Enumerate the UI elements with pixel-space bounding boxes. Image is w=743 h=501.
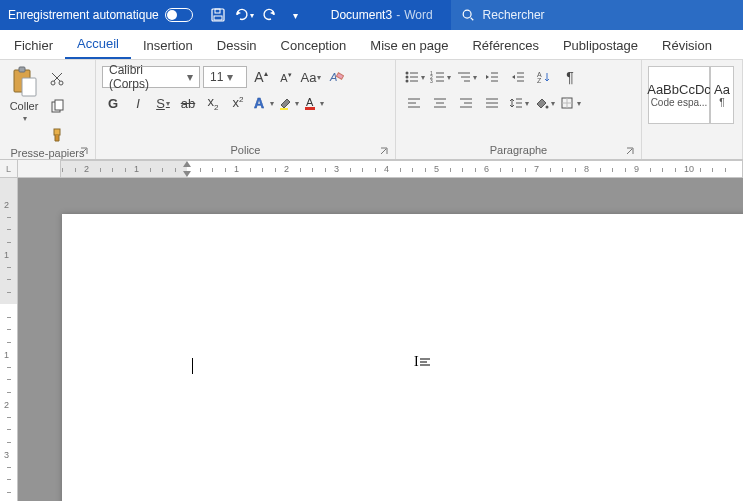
svg-text:3: 3: [430, 78, 433, 84]
show-marks-button[interactable]: ¶: [558, 66, 582, 88]
redo-button[interactable]: [259, 4, 281, 26]
tab-publipostage[interactable]: Publipostage: [551, 32, 650, 59]
tab-conception[interactable]: Conception: [269, 32, 359, 59]
svg-point-25: [405, 80, 408, 83]
search-box[interactable]: [451, 0, 743, 30]
horizontal-ruler[interactable]: 1212345678910: [60, 160, 743, 178]
save-button[interactable]: [207, 4, 229, 26]
svg-rect-6: [19, 67, 25, 72]
highlight-button[interactable]: ▾: [277, 92, 299, 114]
multilevel-list-button[interactable]: ▾: [454, 66, 478, 88]
title-separator: -: [396, 8, 400, 22]
paste-button[interactable]: Coller ▾: [4, 64, 44, 125]
svg-line-11: [52, 73, 60, 81]
format-painter-button[interactable]: [46, 124, 68, 146]
indent-icon: [510, 70, 526, 84]
svg-rect-13: [55, 100, 63, 110]
font-launcher[interactable]: [377, 144, 391, 158]
svg-point-59: [545, 106, 548, 109]
tab-insertion[interactable]: Insertion: [131, 32, 205, 59]
font-size-combo[interactable]: 11 ▾: [203, 66, 247, 88]
align-right-button[interactable]: [454, 92, 478, 114]
bullets-icon: [404, 70, 420, 84]
decrease-indent-button[interactable]: [480, 66, 504, 88]
undo-icon: [233, 7, 249, 23]
text-cursor: [192, 358, 193, 374]
highlighter-icon: [278, 95, 294, 111]
copy-icon: [49, 99, 65, 115]
eraser-icon: A: [328, 69, 344, 85]
align-right-icon: [458, 96, 474, 110]
style-item-1[interactable]: AaBbCcDc Code espa...: [648, 66, 710, 124]
justify-button[interactable]: [480, 92, 504, 114]
font-size-value: 11: [210, 70, 223, 84]
tab-references[interactable]: Références: [460, 32, 550, 59]
svg-point-3: [463, 10, 471, 18]
group-label-paragraph: Paragraphe: [490, 144, 548, 156]
paint-bucket-icon: [534, 96, 550, 110]
style-preview: Aa: [714, 82, 730, 97]
toggle-off-icon: [165, 8, 193, 22]
sort-icon: AZ: [536, 70, 552, 84]
tab-dessin[interactable]: Dessin: [205, 32, 269, 59]
pilcrow-icon: ¶: [566, 69, 574, 85]
autosave-toggle[interactable]: Enregistrement automatique: [0, 8, 201, 22]
grow-font-button[interactable]: A▴: [250, 66, 272, 88]
paste-label: Coller: [10, 100, 39, 112]
copy-button[interactable]: [46, 96, 68, 118]
undo-button[interactable]: ▾: [233, 4, 255, 26]
chevron-down-icon: ▾: [293, 10, 298, 21]
svg-rect-1: [215, 9, 220, 13]
launcher-icon: [625, 146, 635, 156]
tab-accueil[interactable]: Accueil: [65, 30, 131, 59]
superscript-button[interactable]: x2: [227, 92, 249, 114]
clipboard-launcher[interactable]: [77, 144, 91, 158]
ribbon-tabs: Fichier Accueil Insertion Dessin Concept…: [0, 30, 743, 60]
align-center-icon: [432, 96, 448, 110]
numbering-button[interactable]: 123▾: [428, 66, 452, 88]
align-center-button[interactable]: [428, 92, 452, 114]
change-case-button[interactable]: Aa▾: [300, 66, 322, 88]
increase-indent-button[interactable]: [506, 66, 530, 88]
page-viewport[interactable]: I: [18, 178, 743, 501]
bold-button[interactable]: G: [102, 92, 124, 114]
justify-icon: [484, 96, 500, 110]
tab-selector[interactable]: L: [0, 160, 18, 178]
subscript-button[interactable]: x2: [202, 92, 224, 114]
line-spacing-button[interactable]: ▾: [506, 92, 530, 114]
font-name-combo[interactable]: Calibri (Corps) ▾: [102, 66, 200, 88]
clear-formatting-button[interactable]: A: [325, 66, 347, 88]
search-input[interactable]: [483, 8, 633, 22]
font-name-value: Calibri (Corps): [109, 63, 184, 91]
svg-rect-18: [280, 108, 288, 110]
style-label: ¶: [719, 97, 724, 108]
svg-point-9: [59, 81, 63, 85]
style-item-2[interactable]: Aa ¶: [710, 66, 734, 124]
launcher-icon: [79, 146, 89, 156]
sort-button[interactable]: AZ: [532, 66, 556, 88]
svg-rect-20: [305, 107, 315, 110]
quick-access-toolbar: ▾ ▾: [201, 4, 313, 26]
text-effects-button[interactable]: A▾: [252, 92, 274, 114]
tab-revision[interactable]: Révision: [650, 32, 724, 59]
font-color-button[interactable]: A▾: [302, 92, 324, 114]
paragraph-launcher[interactable]: [623, 144, 637, 158]
chevron-down-icon: ▾: [184, 70, 197, 84]
svg-text:A: A: [254, 95, 264, 111]
tab-mise-en-page[interactable]: Mise en page: [358, 32, 460, 59]
align-left-button[interactable]: [402, 92, 426, 114]
italic-button[interactable]: I: [127, 92, 149, 114]
group-label-clipboard: Presse-papiers: [11, 147, 85, 159]
strikethrough-button[interactable]: ab: [177, 92, 199, 114]
cut-button[interactable]: [46, 68, 68, 90]
document-page[interactable]: [62, 214, 743, 501]
shading-button[interactable]: ▾: [532, 92, 556, 114]
svg-point-23: [405, 76, 408, 79]
customize-qat-button[interactable]: ▾: [285, 4, 307, 26]
underline-button[interactable]: S▾: [152, 92, 174, 114]
shrink-font-button[interactable]: A▾: [275, 66, 297, 88]
tab-fichier[interactable]: Fichier: [2, 32, 65, 59]
borders-button[interactable]: ▾: [558, 92, 582, 114]
bullets-button[interactable]: ▾: [402, 66, 426, 88]
vertical-ruler[interactable]: 2112345678: [0, 178, 18, 501]
